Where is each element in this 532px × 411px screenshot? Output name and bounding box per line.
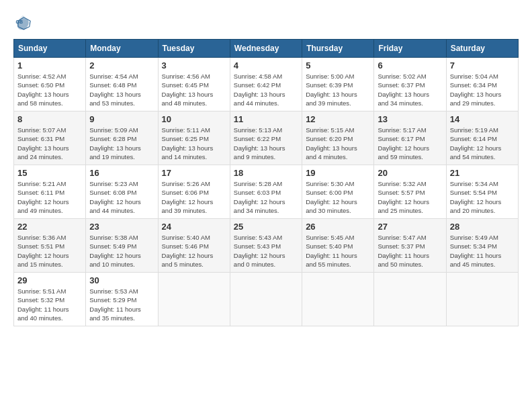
calendar-cell <box>302 273 374 326</box>
day-number: 8 <box>17 114 82 124</box>
day-info: Sunrise: 5:36 AMSunset: 5:51 PMDaylight:… <box>17 233 82 269</box>
calendar-cell: 29Sunrise: 5:51 AMSunset: 5:32 PMDayligh… <box>14 273 86 326</box>
calendar-cell: 13Sunrise: 5:17 AMSunset: 6:17 PMDayligh… <box>374 111 446 165</box>
day-number: 26 <box>306 222 370 232</box>
calendar-cell: 18Sunrise: 5:28 AMSunset: 6:03 PMDayligh… <box>230 165 302 219</box>
col-header-sunday: Sunday <box>14 40 86 58</box>
day-info: Sunrise: 5:02 AMSunset: 6:37 PMDaylight:… <box>378 72 442 107</box>
day-info: Sunrise: 5:17 AMSunset: 6:17 PMDaylight:… <box>378 126 442 161</box>
day-info: Sunrise: 5:34 AMSunset: 5:54 PMDaylight:… <box>450 179 515 215</box>
svg-text:GB: GB <box>16 19 24 24</box>
day-info: Sunrise: 5:09 AMSunset: 6:28 PMDaylight:… <box>89 126 154 161</box>
day-number: 25 <box>234 222 298 232</box>
day-info: Sunrise: 5:38 AMSunset: 5:49 PMDaylight:… <box>89 233 154 269</box>
day-number: 19 <box>306 168 370 178</box>
day-number: 21 <box>450 168 515 178</box>
day-number: 3 <box>162 60 226 71</box>
calendar-cell: 26Sunrise: 5:45 AMSunset: 5:40 PMDayligh… <box>302 219 374 273</box>
calendar-cell: 30Sunrise: 5:53 AMSunset: 5:29 PMDayligh… <box>86 273 158 326</box>
calendar-cell: 8Sunrise: 5:07 AMSunset: 6:31 PMDaylight… <box>14 111 86 165</box>
calendar-table: SundayMondayTuesdayWednesdayThursdayFrid… <box>13 39 519 326</box>
day-number: 15 <box>17 168 82 178</box>
calendar-week-4: 22Sunrise: 5:36 AMSunset: 5:51 PMDayligh… <box>14 219 519 273</box>
calendar-cell: 16Sunrise: 5:23 AMSunset: 6:08 PMDayligh… <box>86 165 158 219</box>
calendar-cell: 20Sunrise: 5:32 AMSunset: 5:57 PMDayligh… <box>374 165 446 219</box>
day-info: Sunrise: 5:53 AMSunset: 5:29 PMDaylight:… <box>89 287 154 322</box>
logo-icon: GB <box>13 13 32 32</box>
day-info: Sunrise: 5:23 AMSunset: 6:08 PMDaylight:… <box>89 179 154 215</box>
day-number: 16 <box>89 168 154 178</box>
calendar-week-5: 29Sunrise: 5:51 AMSunset: 5:32 PMDayligh… <box>14 273 519 326</box>
day-info: Sunrise: 5:30 AMSunset: 6:00 PMDaylight:… <box>306 179 370 215</box>
day-info: Sunrise: 4:58 AMSunset: 6:42 PMDaylight:… <box>234 72 298 107</box>
day-number: 29 <box>17 275 82 285</box>
calendar-cell: 5Sunrise: 5:00 AMSunset: 6:39 PMDaylight… <box>302 58 374 111</box>
calendar-cell <box>374 273 446 326</box>
calendar-week-3: 15Sunrise: 5:21 AMSunset: 6:11 PMDayligh… <box>14 165 519 219</box>
col-header-wednesday: Wednesday <box>230 40 302 58</box>
calendar-cell: 7Sunrise: 5:04 AMSunset: 6:34 PMDaylight… <box>446 58 518 111</box>
day-number: 4 <box>234 60 298 71</box>
day-info: Sunrise: 4:54 AMSunset: 6:48 PMDaylight:… <box>89 72 154 107</box>
day-info: Sunrise: 5:45 AMSunset: 5:40 PMDaylight:… <box>306 233 370 269</box>
col-header-saturday: Saturday <box>446 40 518 58</box>
day-number: 22 <box>17 222 82 232</box>
day-number: 10 <box>162 114 226 124</box>
day-info: Sunrise: 5:49 AMSunset: 5:34 PMDaylight:… <box>450 233 515 269</box>
day-number: 17 <box>162 168 226 178</box>
day-info: Sunrise: 5:47 AMSunset: 5:37 PMDaylight:… <box>378 233 442 269</box>
day-info: Sunrise: 5:15 AMSunset: 6:20 PMDaylight:… <box>306 126 370 161</box>
calendar-cell: 4Sunrise: 4:58 AMSunset: 6:42 PMDaylight… <box>230 58 302 111</box>
calendar-header-row: SundayMondayTuesdayWednesdayThursdayFrid… <box>14 40 519 58</box>
day-number: 18 <box>234 168 298 178</box>
day-number: 7 <box>450 60 515 71</box>
day-number: 2 <box>89 60 154 71</box>
calendar-cell: 14Sunrise: 5:19 AMSunset: 6:14 PMDayligh… <box>446 111 518 165</box>
calendar-cell: 11Sunrise: 5:13 AMSunset: 6:22 PMDayligh… <box>230 111 302 165</box>
calendar-cell: 2Sunrise: 4:54 AMSunset: 6:48 PMDaylight… <box>86 58 158 111</box>
day-number: 20 <box>378 168 442 178</box>
day-info: Sunrise: 5:51 AMSunset: 5:32 PMDaylight:… <box>17 287 82 322</box>
calendar-cell: 15Sunrise: 5:21 AMSunset: 6:11 PMDayligh… <box>14 165 86 219</box>
calendar-cell: 27Sunrise: 5:47 AMSunset: 5:37 PMDayligh… <box>374 219 446 273</box>
header: GB <box>13 13 519 32</box>
day-number: 6 <box>378 60 442 71</box>
calendar-cell <box>158 273 230 326</box>
day-number: 23 <box>89 222 154 232</box>
day-number: 13 <box>378 114 442 124</box>
day-info: Sunrise: 5:43 AMSunset: 5:43 PMDaylight:… <box>234 233 298 269</box>
day-info: Sunrise: 5:26 AMSunset: 6:06 PMDaylight:… <box>162 179 226 215</box>
day-info: Sunrise: 4:56 AMSunset: 6:45 PMDaylight:… <box>162 72 226 107</box>
day-number: 12 <box>306 114 370 124</box>
calendar-cell: 21Sunrise: 5:34 AMSunset: 5:54 PMDayligh… <box>446 165 518 219</box>
calendar-cell: 1Sunrise: 4:52 AMSunset: 6:50 PMDaylight… <box>14 58 86 111</box>
day-number: 27 <box>378 222 442 232</box>
day-info: Sunrise: 5:28 AMSunset: 6:03 PMDaylight:… <box>234 179 298 215</box>
col-header-thursday: Thursday <box>302 40 374 58</box>
day-number: 30 <box>89 275 154 285</box>
day-info: Sunrise: 5:32 AMSunset: 5:57 PMDaylight:… <box>378 179 442 215</box>
col-header-tuesday: Tuesday <box>158 40 230 58</box>
day-info: Sunrise: 5:07 AMSunset: 6:31 PMDaylight:… <box>17 126 82 161</box>
col-header-monday: Monday <box>86 40 158 58</box>
calendar-cell: 10Sunrise: 5:11 AMSunset: 6:25 PMDayligh… <box>158 111 230 165</box>
calendar-cell: 12Sunrise: 5:15 AMSunset: 6:20 PMDayligh… <box>302 111 374 165</box>
day-info: Sunrise: 4:52 AMSunset: 6:50 PMDaylight:… <box>17 72 82 107</box>
day-info: Sunrise: 5:19 AMSunset: 6:14 PMDaylight:… <box>450 126 515 161</box>
calendar-cell <box>230 273 302 326</box>
calendar-cell: 28Sunrise: 5:49 AMSunset: 5:34 PMDayligh… <box>446 219 518 273</box>
calendar-cell: 24Sunrise: 5:40 AMSunset: 5:46 PMDayligh… <box>158 219 230 273</box>
calendar-cell: 9Sunrise: 5:09 AMSunset: 6:28 PMDaylight… <box>86 111 158 165</box>
day-number: 11 <box>234 114 298 124</box>
day-info: Sunrise: 5:04 AMSunset: 6:34 PMDaylight:… <box>450 72 515 107</box>
calendar-cell: 3Sunrise: 4:56 AMSunset: 6:45 PMDaylight… <box>158 58 230 111</box>
day-info: Sunrise: 5:40 AMSunset: 5:46 PMDaylight:… <box>162 233 226 269</box>
day-number: 28 <box>450 222 515 232</box>
day-number: 5 <box>306 60 370 71</box>
calendar-cell <box>446 273 518 326</box>
day-info: Sunrise: 5:21 AMSunset: 6:11 PMDaylight:… <box>17 179 82 215</box>
day-info: Sunrise: 5:13 AMSunset: 6:22 PMDaylight:… <box>234 126 298 161</box>
col-header-friday: Friday <box>374 40 446 58</box>
calendar-cell: 22Sunrise: 5:36 AMSunset: 5:51 PMDayligh… <box>14 219 86 273</box>
day-number: 24 <box>162 222 226 232</box>
